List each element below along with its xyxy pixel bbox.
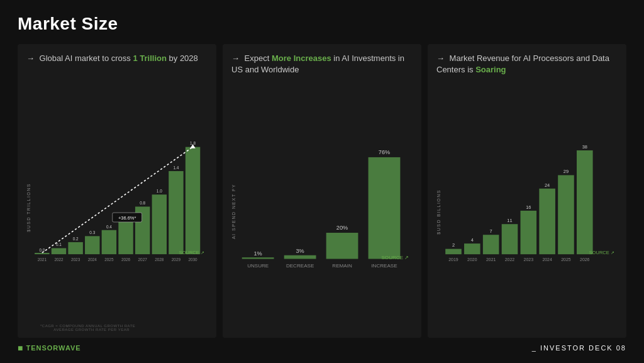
footer: ■ TENSORWAVE _ INVESTOR DECK 08 — [18, 343, 626, 353]
svg-rect-9 — [169, 171, 183, 254]
arrow-icon2: → — [231, 53, 240, 63]
col3-chart-area: $USD BILLIONS — [436, 92, 618, 332]
col2-svg: 1% 3% 20% 76% UNSURE DECREASE REMAIN INC… — [238, 92, 413, 332]
col2-chart-area: AI SPEND NEXT FY — [231, 92, 413, 332]
svg-text:UNSURE: UNSURE — [247, 263, 269, 269]
svg-rect-56 — [577, 150, 593, 254]
svg-text:24: 24 — [545, 182, 550, 188]
svg-text:REMAIN: REMAIN — [332, 263, 352, 269]
svg-text:SOURCE ↗: SOURCE ↗ — [589, 250, 614, 255]
svg-text:2021: 2021 — [38, 257, 47, 262]
svg-text:2023: 2023 — [524, 257, 534, 262]
svg-rect-10 — [186, 147, 200, 254]
col1-header: → Global AI market to cross 1 Trillion b… — [26, 53, 208, 86]
market-size-page: Market Size → Global AI market to cross … — [0, 0, 644, 363]
svg-rect-6 — [118, 219, 133, 254]
logo-icon: ■ — [18, 343, 23, 353]
svg-text:38: 38 — [582, 144, 587, 150]
tensorwave-logo: ■ TENSORWAVE — [18, 343, 81, 353]
arrow-icon: → — [26, 53, 35, 63]
page-number: 08 — [616, 344, 626, 352]
svg-text:2: 2 — [452, 242, 455, 248]
svg-text:2021: 2021 — [486, 257, 496, 262]
svg-text:76%: 76% — [379, 149, 390, 155]
col2-header: → Expect More Increases in AI Investment… — [231, 53, 413, 86]
col-ai-investments: → Expect More Increases in AI Investment… — [223, 44, 421, 338]
svg-rect-53 — [521, 211, 537, 254]
svg-rect-8 — [152, 194, 167, 254]
arrow-icon3: → — [436, 53, 445, 63]
svg-rect-5 — [102, 230, 116, 254]
svg-text:1%: 1% — [253, 250, 262, 257]
svg-text:7: 7 — [490, 228, 492, 234]
svg-text:3%: 3% — [296, 248, 304, 254]
svg-rect-38 — [326, 233, 358, 259]
svg-text:0.3: 0.3 — [89, 230, 95, 235]
svg-text:2027: 2027 — [138, 257, 148, 262]
col3-chart-inner: 2 4 7 11 16 24 29 38 2019 2020 2021 — [443, 92, 618, 332]
logo-text: TENSORWAVE — [26, 344, 80, 352]
svg-text:DECREASE: DECREASE — [286, 263, 314, 269]
svg-text:2022: 2022 — [505, 257, 515, 262]
svg-rect-37 — [284, 255, 316, 259]
svg-rect-39 — [369, 157, 401, 259]
svg-rect-51 — [483, 235, 499, 254]
svg-text:4: 4 — [471, 237, 474, 243]
col2-highlight: More Increases — [272, 53, 331, 63]
svg-text:29: 29 — [564, 169, 569, 174]
col2-y-label: AI SPEND NEXT FY — [231, 184, 236, 239]
svg-text:2022: 2022 — [54, 257, 64, 262]
col-global-ai-market: → Global AI market to cross 1 Trillion b… — [18, 44, 216, 338]
svg-text:0.2: 0.2 — [73, 237, 79, 241]
svg-rect-4 — [85, 236, 99, 254]
svg-text:2023: 2023 — [71, 257, 80, 262]
svg-text:20%: 20% — [336, 225, 348, 231]
investor-deck-label: _ INVESTOR DECK 08 — [532, 344, 626, 352]
col3-svg: 2 4 7 11 16 24 29 38 2019 2020 2021 — [443, 92, 618, 332]
svg-text:2025: 2025 — [104, 257, 114, 262]
col1-svg: 0.0 0.1 0.2 0.3 0.4 0.6 0.8 1.0 1.4 1.8 — [33, 92, 208, 323]
page-title: Market Size — [18, 14, 626, 34]
svg-rect-55 — [558, 175, 574, 254]
svg-text:2025: 2025 — [561, 257, 571, 262]
svg-rect-1 — [35, 253, 49, 254]
svg-text:SOURCE ↗: SOURCE ↗ — [381, 255, 409, 260]
svg-rect-54 — [539, 189, 555, 254]
columns-container: → Global AI market to cross 1 Trillion b… — [18, 44, 626, 338]
svg-text:1.4: 1.4 — [173, 165, 179, 170]
col1-y-label: $USD TRILLIONS — [26, 183, 31, 232]
col2-chart-inner: 1% 3% 20% 76% UNSURE DECREASE REMAIN INC… — [238, 92, 413, 332]
svg-text:2020: 2020 — [467, 257, 477, 262]
svg-text:2030: 2030 — [188, 257, 197, 262]
svg-text:2026: 2026 — [580, 257, 590, 262]
svg-text:2019: 2019 — [448, 257, 458, 262]
svg-text:2024: 2024 — [88, 257, 97, 262]
svg-text:11: 11 — [507, 218, 512, 223]
svg-text:1.0: 1.0 — [157, 189, 162, 193]
col3-highlight: Soaring — [475, 65, 506, 74]
svg-text:0.8: 0.8 — [140, 201, 145, 205]
svg-rect-3 — [68, 242, 82, 254]
svg-text:2026: 2026 — [121, 257, 131, 262]
svg-text:2024: 2024 — [542, 257, 552, 262]
svg-text:INCREASE: INCREASE — [371, 263, 397, 269]
svg-text:SOURCE ↗: SOURCE ↗ — [179, 250, 204, 255]
col1-highlight: 1 Trillion — [133, 53, 166, 63]
svg-rect-52 — [502, 224, 518, 254]
svg-rect-2 — [52, 248, 66, 254]
col1-cagr-note: *CAGR = COMPOUND ANNUAL GROWTH RATE AVER… — [26, 324, 208, 332]
col3-header: → Market Revenue for AI Processors and D… — [436, 53, 618, 86]
col-ai-processors: → Market Revenue for AI Processors and D… — [428, 44, 626, 338]
col1-chart-inner: 0.0 0.1 0.2 0.3 0.4 0.6 0.8 1.0 1.4 1.8 — [33, 92, 208, 323]
col1-chart-area: $USD TRILLIONS — [26, 92, 208, 332]
col3-y-label: $USD BILLIONS — [436, 189, 441, 235]
svg-rect-49 — [445, 249, 462, 255]
svg-rect-36 — [242, 257, 274, 259]
svg-text:2028: 2028 — [155, 257, 164, 262]
svg-rect-50 — [464, 243, 480, 254]
svg-text:0.4: 0.4 — [106, 225, 112, 229]
svg-text:16: 16 — [526, 204, 531, 210]
deck-label: _ INVESTOR DECK — [532, 344, 613, 352]
svg-text:2029: 2029 — [172, 257, 181, 262]
svg-text:+36.6%*: +36.6%* — [118, 215, 136, 221]
